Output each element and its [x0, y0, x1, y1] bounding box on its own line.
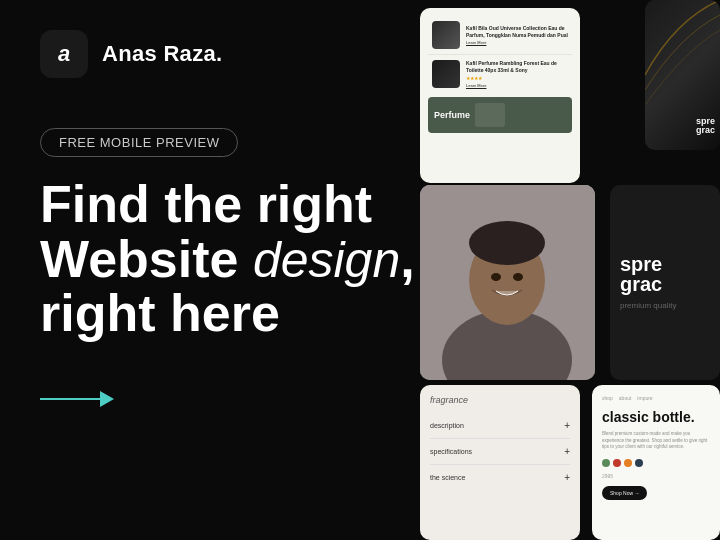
bottle-color-swatches	[602, 459, 710, 467]
ecom-link-2[interactable]: Learn More	[466, 83, 568, 88]
right-panel: Kafil Bila Oud Universe Collection Eau d…	[420, 0, 720, 540]
fragrance-row-1: description +	[430, 413, 570, 439]
ecom-title-2: Kafil Perfume Rambling Forest Eau de Toi…	[466, 60, 568, 73]
frag-label-description: description	[430, 422, 464, 429]
logo-name: Anas Raza.	[102, 41, 222, 67]
ecom-item-2: Kafil Perfume Rambling Forest Eau de Toi…	[428, 55, 572, 93]
arrow-button[interactable]	[40, 391, 420, 407]
heading-comma: ,	[400, 230, 414, 288]
arrow-head-icon	[100, 391, 114, 407]
dark-inner: spre grac	[645, 0, 720, 150]
bottle-nav-about[interactable]: about	[619, 395, 632, 401]
frag-label-specifications: specifications	[430, 448, 472, 455]
shop-now-button[interactable]: Shop Now →	[602, 486, 647, 500]
heading-design: design	[253, 232, 400, 288]
svg-point-6	[513, 273, 523, 281]
heading-line2: Website design,	[40, 232, 420, 287]
perfume-banner: Perfume	[428, 97, 572, 133]
ecom-title-1: Kafil Bila Oud Universe Collection Eau d…	[466, 25, 568, 38]
dark-spread-text: spre grac	[696, 117, 715, 135]
frag-label-science: the science	[430, 474, 465, 481]
spread-word2: grac	[620, 274, 710, 294]
fragrance-row-2: specifications +	[430, 439, 570, 465]
svg-point-5	[491, 273, 501, 281]
portrait-svg	[420, 185, 595, 380]
logo-icon: a	[40, 30, 88, 78]
spread-screenshot: spre grac premium quality	[610, 185, 720, 380]
color-swatch-red[interactable]	[613, 459, 621, 467]
svg-point-4	[469, 221, 545, 265]
spread-subtext: premium quality	[620, 300, 710, 311]
bottle-screenshot: shop about impure classic bottle. Blend …	[592, 385, 720, 540]
heading-line1: Find the right	[40, 177, 420, 232]
perfume-banner-text: Perfume	[434, 110, 470, 120]
perfume-bottle-img	[475, 103, 505, 127]
dark-screenshot: spre grac	[645, 0, 720, 150]
free-mobile-preview-badge[interactable]: FREE MOBILE PREVIEW	[40, 128, 238, 157]
ecom-link-1[interactable]: Learn More	[466, 40, 568, 45]
bottle-nav-inspire[interactable]: impure	[637, 395, 652, 401]
fragrance-row-3: the science +	[430, 465, 570, 490]
heading-website: Website	[40, 230, 253, 288]
bottle-price: 2995	[602, 473, 710, 479]
frag-plus-3[interactable]: +	[564, 472, 570, 483]
color-swatch-green[interactable]	[602, 459, 610, 467]
ecom-product-img-1	[432, 21, 460, 49]
bottle-title: classic bottle.	[602, 409, 710, 426]
arrow-line	[40, 398, 100, 400]
left-panel: a Anas Raza. FREE MOBILE PREVIEW Find th…	[0, 0, 460, 540]
bottle-nav: shop about impure	[602, 395, 710, 401]
ecom-item-1: Kafil Bila Oud Universe Collection Eau d…	[428, 16, 572, 55]
portrait-screenshot	[420, 185, 595, 380]
portrait-bg	[420, 185, 595, 380]
ecom-text-1: Kafil Bila Oud Universe Collection Eau d…	[466, 25, 568, 45]
fragrance-title: fragrance	[430, 395, 570, 405]
ecommerce-screenshot: Kafil Bila Oud Universe Collection Eau d…	[420, 8, 580, 183]
ecom-product-img-2	[432, 60, 460, 88]
heading-line3: right here	[40, 286, 420, 341]
bottle-desc: Blend premium custom-made and make you e…	[602, 431, 710, 451]
color-swatch-orange[interactable]	[624, 459, 632, 467]
main-heading: Find the right Website design, right her…	[40, 177, 420, 341]
frag-plus-1[interactable]: +	[564, 420, 570, 431]
ecom-text-2: Kafil Perfume Rambling Forest Eau de Toi…	[466, 60, 568, 88]
fragrance-screenshot: fragrance description + specifications +…	[420, 385, 580, 540]
bottle-nav-shop[interactable]: shop	[602, 395, 613, 401]
logo-area: a Anas Raza.	[40, 30, 420, 78]
color-swatch-dark[interactable]	[635, 459, 643, 467]
spread-word1: spre	[620, 254, 710, 274]
frag-plus-2[interactable]: +	[564, 446, 570, 457]
